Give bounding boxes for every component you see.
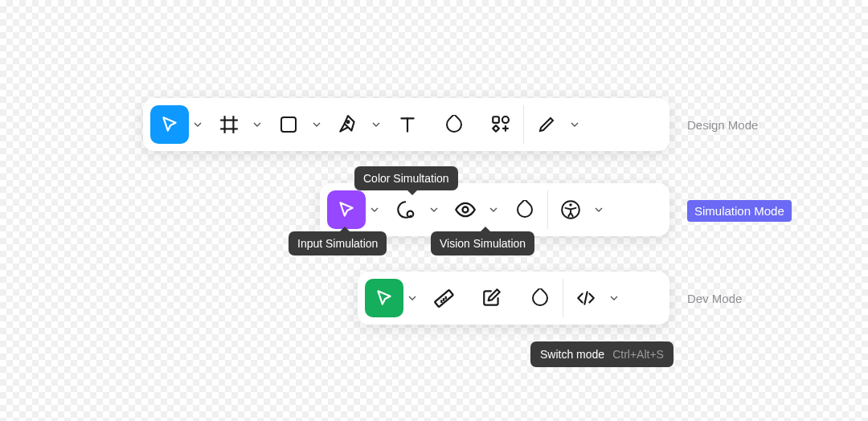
tooltip-color-simulation: Color Simultation [354, 166, 458, 190]
annotate-icon [481, 288, 502, 309]
text-tool[interactable] [388, 105, 427, 144]
svg-rect-8 [493, 116, 499, 123]
accessibility-tool-menu[interactable] [592, 190, 606, 229]
dev-mode-label: Dev Mode [687, 292, 742, 305]
divider [563, 279, 563, 317]
chevron-down-icon [313, 121, 321, 129]
pen-tool[interactable] [329, 105, 367, 144]
comment-icon [444, 115, 464, 134]
comment-icon [515, 200, 534, 219]
chevron-down-icon [253, 121, 261, 129]
code-icon [575, 288, 596, 309]
chevron-down-icon [430, 206, 438, 214]
tooltip-vision-simulation: Vision Simulation [431, 231, 534, 255]
vision-simulation-menu[interactable] [486, 190, 501, 229]
shortcut-label: Switch mode [540, 348, 604, 361]
svg-point-5 [347, 121, 350, 123]
frame-tool-menu[interactable] [250, 105, 264, 144]
svg-line-17 [440, 300, 444, 303]
move-tool-menu[interactable] [190, 105, 205, 144]
chevron-down-icon [372, 121, 380, 129]
svg-rect-4 [281, 117, 296, 132]
svg-point-13 [463, 207, 469, 213]
chevron-down-icon [610, 294, 618, 302]
input-simulation-menu[interactable] [367, 190, 382, 229]
move-tool[interactable] [150, 105, 189, 144]
annotate-tool[interactable] [473, 279, 511, 317]
toolbar-design-mode [143, 98, 669, 151]
svg-line-18 [442, 298, 445, 301]
edit-tool[interactable] [527, 105, 566, 144]
cursor-icon [336, 199, 357, 220]
accessibility-tool[interactable] [551, 190, 590, 229]
cursor-icon [374, 288, 395, 309]
code-tool[interactable] [567, 279, 605, 317]
svg-line-19 [444, 296, 448, 300]
edit-tool-menu[interactable] [567, 105, 582, 144]
simulation-mode-badge: Simulation Mode [687, 200, 792, 222]
ruler-icon [432, 287, 455, 309]
pen-tool-menu[interactable] [369, 105, 383, 144]
tooltip-input-simulation: Input Simulation [289, 231, 387, 255]
shortcut-keys: Ctrl+Alt+S [612, 348, 664, 361]
chevron-down-icon [194, 121, 202, 129]
svg-point-15 [569, 203, 571, 206]
shape-tool-menu[interactable] [309, 105, 324, 144]
input-simulation-tool[interactable] [327, 190, 366, 229]
color-simulation-tool[interactable] [387, 190, 425, 229]
chevron-down-icon [371, 206, 379, 214]
comment-icon [530, 288, 550, 308]
chevron-down-icon [571, 121, 579, 129]
rectangle-icon [279, 115, 298, 134]
chevron-down-icon [489, 206, 497, 214]
frame-icon [219, 114, 240, 135]
text-icon [397, 114, 418, 135]
frame-tool[interactable] [210, 105, 248, 144]
comment-tool-dev[interactable] [521, 279, 559, 317]
actions-tool[interactable] [481, 105, 520, 144]
color-sim-icon [395, 199, 416, 220]
switch-mode-shortcut: Switch mode Ctrl+Alt+S [530, 341, 674, 367]
vision-simulation-tool[interactable] [446, 190, 485, 229]
svg-line-20 [584, 292, 587, 304]
cursor-icon [159, 114, 180, 135]
toolbar-simulation-mode [320, 183, 669, 236]
divider [523, 105, 524, 144]
divider [547, 190, 548, 229]
design-mode-label: Design Mode [687, 118, 758, 132]
comment-tool[interactable] [435, 105, 473, 144]
pen-icon [338, 114, 358, 135]
accessibility-icon [560, 199, 581, 220]
shape-tool[interactable] [269, 105, 308, 144]
comment-tool-sim[interactable] [506, 190, 544, 229]
inspect-tool-menu[interactable] [405, 279, 420, 317]
measure-tool[interactable] [424, 279, 463, 317]
toolbar-dev-mode [358, 272, 669, 325]
color-simulation-menu[interactable] [427, 190, 441, 229]
eye-icon [454, 198, 477, 221]
svg-point-9 [502, 116, 509, 123]
actions-icon [490, 114, 511, 135]
chevron-down-icon [595, 206, 603, 214]
code-tool-menu[interactable] [607, 279, 621, 317]
inspect-tool[interactable] [365, 279, 403, 317]
pencil-icon [537, 115, 556, 134]
chevron-down-icon [408, 294, 416, 302]
